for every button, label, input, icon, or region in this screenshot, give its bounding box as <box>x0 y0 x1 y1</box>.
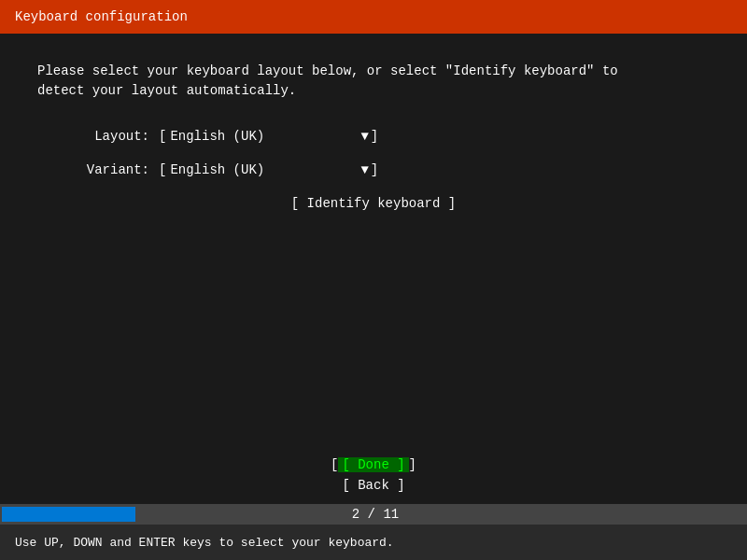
variant-value: English (UK) <box>170 162 357 177</box>
title-text: Keyboard configuration <box>15 9 188 24</box>
main-content: Please select your keyboard layout below… <box>0 43 747 239</box>
back-label[interactable]: [ Back ] <box>342 478 404 493</box>
layout-label: Layout: <box>37 129 149 144</box>
identify-keyboard-button[interactable]: [ Identify keyboard ] <box>291 196 456 211</box>
variant-select[interactable]: [ English (UK) ▼ ] <box>159 162 378 177</box>
description-text: Please select your keyboard layout below… <box>37 62 710 101</box>
back-button[interactable]: [ Back ] <box>299 476 448 495</box>
layout-select[interactable]: [ English (UK) ▼ ] <box>159 129 378 144</box>
title-bar: Keyboard configuration <box>0 0 747 34</box>
identify-row: [ Identify keyboard ] <box>37 196 710 211</box>
bottom-buttons: [[ Done ]] [ Back ] <box>0 455 747 495</box>
progress-label: 2 / 11 <box>2 507 747 522</box>
done-button[interactable]: [[ Done ]] <box>299 455 448 474</box>
layout-row: Layout: [ English (UK) ▼ ] <box>37 129 710 144</box>
variant-row: Variant: [ English (UK) ▼ ] <box>37 162 710 177</box>
variant-bracket-left: [ <box>159 162 166 177</box>
variant-bracket-right: ] <box>371 162 378 177</box>
progress-bar-container: 2 / 11 <box>0 504 747 525</box>
layout-arrow: ▼ <box>360 129 368 144</box>
layout-bracket-left: [ <box>159 129 166 144</box>
hint-bar: Use UP, DOWN and ENTER keys to select yo… <box>0 525 747 560</box>
hint-text: Use UP, DOWN and ENTER keys to select yo… <box>15 536 394 550</box>
done-label[interactable]: [ Done ] <box>338 457 408 472</box>
variant-label: Variant: <box>37 162 149 177</box>
layout-value: English (UK) <box>170 129 357 144</box>
variant-arrow: ▼ <box>360 162 368 177</box>
layout-bracket-right: ] <box>371 129 378 144</box>
